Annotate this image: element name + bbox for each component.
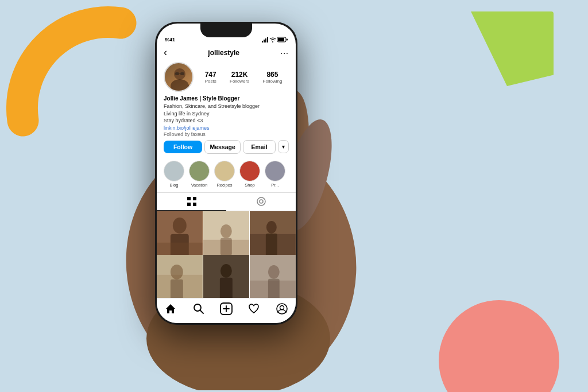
followers-label: Followers (230, 79, 249, 84)
posts-label: Posts (205, 79, 216, 84)
bio-line2: Living life in Sydney (164, 110, 289, 118)
highlight-blog-label: Blog (169, 183, 178, 188)
svg-rect-19 (187, 197, 191, 200)
photo-2[interactable] (203, 211, 249, 257)
svg-rect-20 (193, 197, 196, 200)
nav-home[interactable] (157, 302, 184, 315)
svg-point-43 (220, 264, 232, 278)
svg-rect-44 (220, 278, 233, 298)
heart-icon (248, 303, 260, 315)
highlight-pr-label: Pr... (271, 183, 278, 188)
svg-point-15 (171, 79, 189, 92)
tab-grid[interactable] (157, 193, 226, 211)
svg-rect-7 (262, 41, 263, 42)
posts-count: 747 (205, 71, 216, 79)
followed-by: Followed by faxeus (164, 131, 289, 137)
nav-search[interactable] (184, 302, 212, 315)
photo-3[interactable] (250, 211, 296, 257)
photo-1[interactable] (157, 211, 203, 257)
bottom-nav (157, 298, 296, 323)
svg-point-47 (268, 265, 280, 279)
svg-point-35 (266, 221, 277, 234)
following-count: 865 (263, 71, 283, 79)
profile-icon (276, 303, 288, 315)
highlight-shop[interactable]: Shop (239, 161, 260, 188)
status-icons (262, 37, 288, 42)
highlight-recipes-label: Recipes (216, 183, 232, 188)
nav-add[interactable] (212, 302, 240, 315)
home-icon (165, 303, 176, 315)
nav-profile[interactable] (268, 302, 296, 315)
highlights-row: Blog Vacation Recipes Shop Pr... (157, 161, 296, 192)
svg-point-23 (257, 197, 265, 205)
svg-point-26 (173, 218, 187, 234)
back-button[interactable]: ‹ (164, 46, 167, 59)
avatar[interactable] (164, 62, 194, 92)
follow-button[interactable]: Follow (164, 141, 202, 153)
svg-rect-10 (267, 37, 268, 42)
stats-row: 747 Posts 212K Followers 865 Following (198, 71, 289, 84)
svg-rect-13 (287, 39, 288, 41)
svg-rect-16 (175, 72, 179, 75)
svg-rect-22 (193, 203, 196, 206)
profile-username: jolliestyle (208, 49, 239, 57)
signal-icon (262, 37, 268, 42)
profile-section: 747 Posts 212K Followers 865 Following J… (157, 61, 296, 161)
svg-rect-8 (264, 40, 265, 42)
add-icon (220, 302, 233, 315)
profile-name: Jollie James | Style Blogger (164, 95, 289, 102)
svg-rect-48 (268, 279, 280, 298)
highlight-shop-label: Shop (245, 183, 255, 188)
svg-rect-12 (278, 38, 284, 41)
svg-point-49 (194, 304, 201, 311)
phone-frame: 9:41 ‹ jolliestyle ··· (155, 22, 297, 325)
wifi-icon (269, 37, 276, 42)
following-label: Following (263, 79, 283, 84)
bio-line3: Stay hydrated <3 (164, 117, 289, 125)
followers-count: 212K (230, 71, 249, 79)
svg-rect-32 (220, 238, 232, 255)
phone-screen: 9:41 ‹ jolliestyle ··· (157, 24, 296, 323)
photo-4[interactable] (157, 255, 203, 298)
profile-top-row: 747 Posts 212K Followers 865 Following (164, 62, 289, 92)
highlight-blog[interactable]: Blog (164, 161, 184, 188)
message-button[interactable]: Message (204, 140, 241, 154)
stat-following[interactable]: 865 Following (263, 71, 283, 84)
search-icon (193, 303, 204, 315)
bg-green-triangle (450, 11, 554, 86)
svg-rect-21 (187, 203, 191, 206)
camera-notch (200, 24, 252, 37)
action-buttons: Follow Message Email ▾ (164, 140, 289, 154)
highlight-vacation[interactable]: Vacation (189, 161, 210, 188)
photo-grid (157, 211, 296, 298)
tab-tagged[interactable] (226, 193, 296, 211)
photo-5[interactable] (203, 255, 249, 298)
svg-point-31 (220, 224, 232, 238)
dropdown-button[interactable]: ▾ (278, 140, 289, 153)
status-time: 9:41 (165, 37, 175, 42)
highlight-vacation-label: Vacation (191, 183, 208, 188)
photo-6[interactable] (250, 255, 296, 298)
svg-point-39 (171, 265, 183, 280)
stat-followers[interactable]: 212K Followers (230, 71, 249, 84)
email-button[interactable]: Email (243, 140, 276, 154)
highlight-recipes[interactable]: Recipes (214, 161, 235, 188)
tag-icon (257, 197, 266, 206)
svg-rect-36 (266, 234, 277, 257)
ig-header: ‹ jolliestyle ··· (157, 44, 296, 61)
more-options-button[interactable]: ··· (280, 48, 289, 57)
svg-rect-9 (265, 38, 266, 42)
content-tabs (157, 192, 296, 211)
svg-point-55 (280, 306, 284, 310)
highlight-pr[interactable]: Pr... (265, 161, 285, 188)
nav-heart[interactable] (240, 302, 268, 315)
profile-link[interactable]: linkin.bio/jolliejames (164, 125, 289, 131)
svg-rect-40 (171, 280, 183, 298)
svg-rect-17 (180, 72, 184, 75)
grid-icon (187, 197, 196, 206)
battery-icon (277, 37, 288, 42)
bio-line1: Fashion, Skincare, and Streetsyle blogge… (164, 103, 289, 110)
bg-pink-circle (439, 300, 559, 392)
svg-line-50 (200, 311, 203, 313)
svg-point-24 (260, 200, 263, 203)
